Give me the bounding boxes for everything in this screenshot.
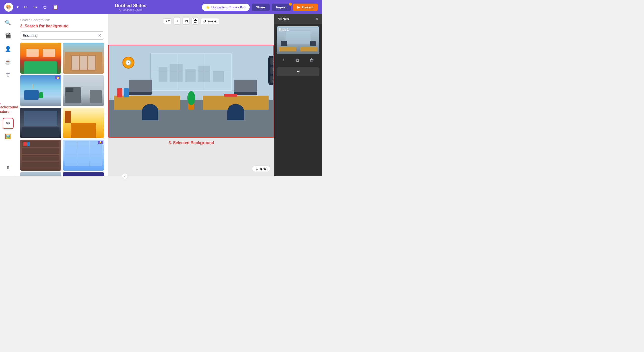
- present-button[interactable]: ▶ Present: [293, 4, 318, 11]
- logo-dropdown[interactable]: ▼: [16, 5, 19, 9]
- copy-button[interactable]: ⧉: [42, 4, 48, 11]
- city-silhouette: [155, 64, 228, 82]
- canvas-area: ∧∨ + ⧉ 🗑 Animate: [108, 14, 274, 176]
- save-status: All Changes Saved: [63, 8, 199, 11]
- star-icon: ⭐: [206, 5, 210, 9]
- upgrade-button[interactable]: ⭐ Upgrade to Slides Pro: [202, 4, 250, 11]
- sidebar-item-people[interactable]: 👤: [3, 43, 14, 54]
- sidebar-item-slides[interactable]: 🎬: [3, 30, 14, 41]
- backgrounds-panel: Search Backgrounds 2. Search for backgro…: [16, 14, 108, 176]
- zoom-indicator[interactable]: ⊕ 80%: [252, 166, 270, 172]
- float-layers-button[interactable]: ▤: [270, 76, 274, 83]
- sidebar-item-text[interactable]: T: [3, 69, 14, 80]
- redo-button[interactable]: ↪: [32, 3, 39, 11]
- panel-search-label: Search Backgrounds: [20, 18, 104, 22]
- monitor-right: [234, 80, 257, 95]
- sidebar-item-background[interactable]: BG: [3, 118, 14, 129]
- background-grid: ⭐: [20, 43, 104, 176]
- paste-button[interactable]: 📋: [51, 3, 60, 11]
- sidebar: 🔍 🎬 👤 ☕ T 1. Backgroundfeature BG 🖼️ ⬆: [0, 14, 16, 176]
- step2-label: 2. Search for background: [20, 24, 104, 28]
- play-icon: ▶: [297, 5, 300, 9]
- add-element-button[interactable]: +: [174, 18, 181, 25]
- app-logo[interactable]: 🎨: [4, 3, 13, 12]
- bg-thumbnail-lobby[interactable]: [63, 108, 104, 138]
- bg-thumbnail-office-grey[interactable]: [63, 75, 104, 106]
- plant: [186, 91, 196, 110]
- slide-add-button[interactable]: +: [280, 57, 287, 64]
- bg-thumbnail-shelves[interactable]: [20, 140, 61, 171]
- clock: 🕐: [122, 57, 134, 69]
- import-button[interactable]: Import: [272, 4, 291, 11]
- canvas-float-toolbar: ◑ 🎨 ✥ ⤡ ▤ 🗑: [268, 56, 274, 85]
- file-box-2: [124, 88, 129, 97]
- bg-button-label: BG: [6, 122, 10, 125]
- pro-badge: ⭐: [55, 76, 60, 79]
- sidebar-item-export[interactable]: ⬆: [3, 162, 14, 173]
- slide-canvas: 🕐: [108, 45, 274, 138]
- slide-actions: + ⧉ 🗑: [274, 57, 322, 66]
- add-new-slide-button[interactable]: +: [277, 67, 319, 76]
- office-background: 🕐: [109, 45, 273, 137]
- bg-thumbnail-building[interactable]: [63, 43, 104, 74]
- sidebar-item-search[interactable]: 🔍: [3, 17, 14, 28]
- slide-1-label: Slide 1: [279, 28, 289, 31]
- slides-panel: Slides ✕ Slide 1 + ⧉ 🗑 +: [274, 14, 322, 176]
- monitor-left: [129, 80, 152, 95]
- import-label: Import: [276, 5, 286, 9]
- sidebar-item-coffee[interactable]: ☕: [3, 56, 14, 67]
- bg-thumbnail-blue-flat[interactable]: ⭐: [20, 75, 61, 106]
- topbar-right: ⭐ Upgrade to Slides Pro Share Import ▶ P…: [202, 4, 318, 11]
- slide-thumbnail-1[interactable]: Slide 1: [277, 26, 319, 54]
- app-title: Untitled Slides: [63, 3, 199, 8]
- zoom-icon: ⊕: [256, 167, 258, 171]
- bg-thumbnail-office-dark[interactable]: [20, 108, 61, 138]
- chair-right: [227, 104, 244, 121]
- zoom-level: 80%: [260, 167, 266, 171]
- main-layout: 🔍 🎬 👤 ☕ T 1. Backgroundfeature BG 🖼️ ⬆ S…: [0, 14, 322, 176]
- chair-left: [142, 104, 158, 121]
- import-badge: [289, 3, 292, 6]
- slide-duplicate-button[interactable]: ⧉: [294, 57, 301, 64]
- bg-thumbnail-gym[interactable]: [63, 172, 104, 176]
- sidebar-item-image[interactable]: 🖼️: [3, 131, 14, 142]
- animate-button[interactable]: Animate: [201, 18, 220, 24]
- topbar: 🎨 ▼ ↩ ↪ ⧉ 📋 Untitled Slides All Changes …: [0, 0, 322, 14]
- pro-badge-2: ⭐: [98, 141, 103, 144]
- search-input[interactable]: [23, 34, 98, 38]
- float-move-button[interactable]: ✥: [270, 67, 274, 74]
- selected-background-label: 3. Selected Background: [169, 141, 214, 145]
- desk-item: [224, 94, 237, 97]
- present-label: Present: [301, 5, 313, 9]
- bg-thumbnail-tanks[interactable]: [20, 172, 61, 176]
- nav-arrows[interactable]: ∧∨: [163, 18, 172, 24]
- file-box-1: [117, 88, 122, 97]
- slide-delete-button[interactable]: 🗑: [308, 57, 316, 64]
- slides-panel-title: Slides: [278, 17, 289, 21]
- share-button[interactable]: Share: [252, 4, 270, 11]
- bg-feature-label: 1. Backgroundfeature: [0, 100, 18, 114]
- slides-panel-header: Slides ✕: [274, 14, 322, 24]
- duplicate-button[interactable]: ⧉: [183, 18, 190, 25]
- delete-button[interactable]: 🗑: [192, 18, 199, 25]
- upgrade-label: Upgrade to Slides Pro: [211, 5, 246, 9]
- search-box: ✕: [20, 31, 104, 40]
- slides-panel-close-button[interactable]: ✕: [315, 17, 318, 21]
- bg-thumbnail-shop[interactable]: [20, 43, 61, 74]
- bg-thumbnail-windows[interactable]: ⭐: [63, 140, 104, 171]
- title-area: Untitled Slides All Changes Saved: [63, 3, 199, 11]
- undo-button[interactable]: ↩: [22, 3, 29, 11]
- canvas-toolbar: ∧∨ + ⧉ 🗑 Animate: [163, 18, 220, 25]
- float-contrast-button[interactable]: ◑: [270, 58, 274, 65]
- clear-search-button[interactable]: ✕: [98, 33, 101, 38]
